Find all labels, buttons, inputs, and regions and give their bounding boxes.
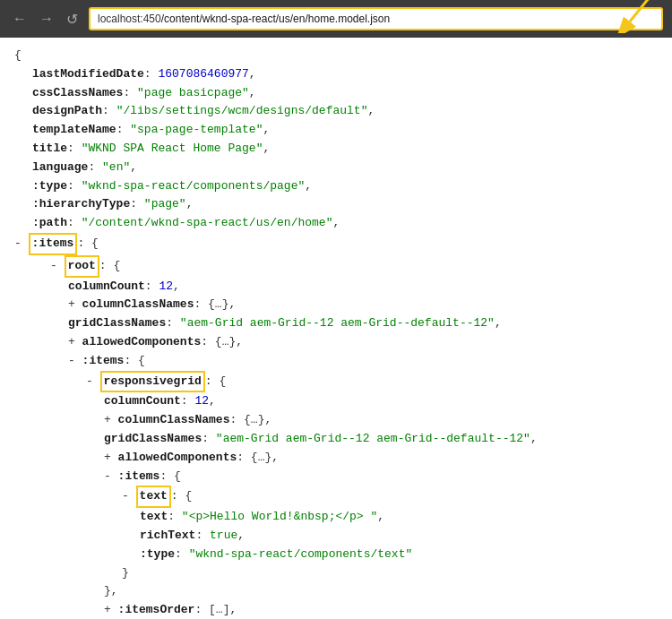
line-path: :path: "/content/wknd-spa-react/us/en/ho…	[14, 214, 658, 233]
line-gridClassNames: gridClassNames: "aem-Grid aem-Grid--12 a…	[14, 314, 658, 333]
line-language: language: "en",	[14, 159, 658, 177]
line-items-l1: - :items: {	[14, 233, 658, 255]
line-columnCount2: columnCount: 12,	[14, 392, 658, 411]
line-text-val: text: "<p>Hello World!&nbsp;</p> ",	[14, 508, 658, 527]
browser-chrome: ← → ↺ localhost:450/content/wknd-spa-rea…	[0, 0, 672, 38]
reload-button[interactable]: ↺	[63, 9, 82, 30]
line-responsivegrid: - responsivegrid: {	[14, 371, 658, 393]
line-gridClassNames2: gridClassNames: "aem-Grid aem-Grid--12 a…	[14, 430, 658, 449]
line-type: :type: "wknd-spa-react/components/page",	[14, 177, 658, 196]
arrow-annotation	[581, 0, 661, 33]
address-prefix: localhost:450	[98, 13, 161, 25]
line-type2: :type: "wknd-spa-react/components/text"	[14, 546, 658, 564]
line-columnCount: columnCount: 12,	[14, 278, 658, 297]
address-bar[interactable]: localhost:450/content/wknd-spa-react/us/…	[89, 7, 663, 30]
line-designPath: designPath: "/libs/settings/wcm/designs/…	[14, 102, 658, 121]
json-open-brace: {	[14, 47, 658, 65]
line-root: - root: {	[14, 255, 658, 278]
line-allowedComponents2: + allowedComponents: {…},	[14, 449, 658, 468]
line-hierarchyType: :hierarchyType: "page",	[14, 195, 658, 214]
line-items-l3: - :items: {	[14, 468, 658, 486]
back-button[interactable]: ←	[9, 9, 30, 29]
svg-line-1	[630, 0, 657, 21]
line-columnClassNames2: + columnClassNames: {…},	[14, 411, 658, 430]
line-cssClassNames: cssClassNames: "page basicpage",	[14, 84, 658, 103]
line-items-l2: - :items: {	[14, 352, 658, 371]
address-path: /content/wknd-spa-react/us/en/home.model…	[161, 13, 390, 25]
line-items-l3-close: },	[14, 582, 658, 601]
line-columnClassNames: + columnClassNames: {…},	[14, 296, 658, 314]
line-templateName: templateName: "spa-page-template",	[14, 121, 658, 140]
line-itemsOrder1: + :itemsOrder: […],	[14, 601, 658, 619]
line-title: title: "WKND SPA React Home Page",	[14, 140, 658, 159]
line-text-key: - text: {	[14, 486, 658, 508]
line-text-close: }	[14, 564, 658, 583]
line-richText: richText: true,	[14, 527, 658, 546]
forward-button[interactable]: →	[36, 9, 57, 29]
line-lastModifiedDate: lastModifiedDate: 1607086460977,	[14, 65, 658, 84]
nav-buttons: ← → ↺	[9, 9, 82, 30]
json-content: { lastModifiedDate: 1607086460977, cssCl…	[0, 38, 672, 619]
line-allowedComponents: + allowedComponents: {…},	[14, 333, 658, 352]
